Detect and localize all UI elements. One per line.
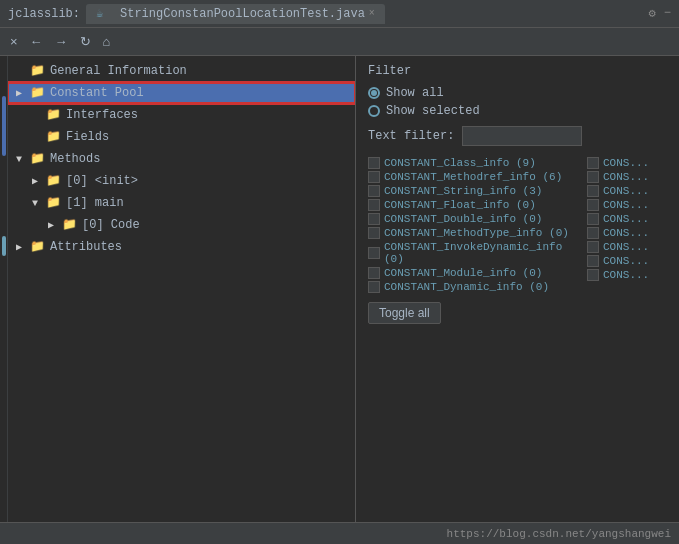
tree-panel: 📁 General Information ▶ 📁 Constant Pool … [8, 56, 356, 522]
checkbox-label-class-info: CONSTANT_Class_info (9) [384, 157, 536, 169]
checkbox-box-cons7 [587, 241, 599, 253]
status-bar: https://blog.csdn.net/yangshangwei [0, 522, 679, 544]
checkbox-label-methodref-info: CONSTANT_Methodref_info (6) [384, 171, 562, 183]
checkbox-label-cons5: CONS... [603, 213, 649, 225]
checkbox-class-info[interactable]: CONSTANT_Class_info (9) [368, 156, 583, 170]
radio-show-all[interactable]: Show all [368, 86, 667, 100]
folder-icon-attributes: 📁 [30, 239, 46, 255]
title-bar: jclasslib: ☕ StringConstanPoolLocationTe… [0, 0, 679, 28]
tree-item-interfaces[interactable]: 📁 Interfaces [8, 104, 355, 126]
tree-label-code: [0] Code [82, 218, 140, 232]
tree-item-main[interactable]: ▼ 📁 [1] main [8, 192, 355, 214]
folder-icon-constant-pool: 📁 [30, 85, 46, 101]
tree-item-constant-pool[interactable]: ▶ 📁 Constant Pool [8, 82, 355, 104]
checkbox-label-module-info: CONSTANT_Module_info (0) [384, 267, 542, 279]
checkbox-box-cons2 [587, 171, 599, 183]
checkbox-box-cons5 [587, 213, 599, 225]
left-accent [2, 96, 6, 156]
radio-show-selected[interactable]: Show selected [368, 104, 667, 118]
checkbox-cons1[interactable]: CONS... [587, 156, 667, 170]
app-name: jclasslib: [8, 7, 80, 21]
checkbox-label-cons4: CONS... [603, 199, 649, 211]
left-side-bar [0, 56, 8, 522]
tree-label-attributes: Attributes [50, 240, 122, 254]
checkbox-label-cons6: CONS... [603, 227, 649, 239]
filter-title: Filter [368, 64, 667, 78]
show-selected-label: Show selected [386, 104, 480, 118]
tree-item-attributes[interactable]: ▶ 📁 Attributes [8, 236, 355, 258]
tree-item-methods[interactable]: ▼ 📁 Methods [8, 148, 355, 170]
checkbox-box-float-info [368, 199, 380, 211]
text-filter-row: Text filter: [368, 126, 667, 146]
radio-circle-show-all [368, 87, 380, 99]
folder-icon-general-info: 📁 [30, 63, 46, 79]
folder-icon-main: 📁 [46, 195, 62, 211]
back-button[interactable]: ← [26, 32, 47, 51]
checkbox-box-methodtype-info [368, 227, 380, 239]
checkbox-cons7[interactable]: CONS... [587, 240, 667, 254]
folder-icon-fields: 📁 [46, 129, 62, 145]
checkbox-cons2[interactable]: CONS... [587, 170, 667, 184]
tab-item[interactable]: ☕ StringConstanPoolLocationTest.java × [86, 4, 385, 24]
checkbox-box-invokedynamic-info [368, 247, 380, 259]
checkbox-label-cons2: CONS... [603, 171, 649, 183]
refresh-button[interactable]: ↻ [76, 32, 95, 51]
tree-item-general-info[interactable]: 📁 General Information [8, 60, 355, 82]
title-bar-right: ⚙ − [649, 6, 671, 21]
checkbox-label-float-info: CONSTANT_Float_info (0) [384, 199, 536, 211]
filter-panel: Filter Show all Show selected Text filte… [356, 56, 679, 522]
tree-item-fields[interactable]: 📁 Fields [8, 126, 355, 148]
settings-icon[interactable]: ⚙ [649, 6, 656, 21]
checkbox-box-module-info [368, 267, 380, 279]
tree-label-interfaces: Interfaces [66, 108, 138, 122]
status-url: https://blog.csdn.net/yangshangwei [447, 528, 671, 540]
tree-label-methods: Methods [50, 152, 100, 166]
checkbox-float-info[interactable]: CONSTANT_Float_info (0) [368, 198, 583, 212]
checkbox-cons9[interactable]: CONS... [587, 268, 667, 282]
arrow-main: ▼ [32, 198, 46, 209]
checkbox-label-methodtype-info: CONSTANT_MethodType_info (0) [384, 227, 569, 239]
text-filter-input[interactable] [462, 126, 582, 146]
folder-icon-methods: 📁 [30, 151, 46, 167]
checkbox-cons3[interactable]: CONS... [587, 184, 667, 198]
checkbox-invokedynamic-info[interactable]: CONSTANT_InvokeDynamic_info (0) [368, 240, 583, 266]
checkbox-string-info[interactable]: CONSTANT_String_info (3) [368, 184, 583, 198]
checkbox-cons4[interactable]: CONS... [587, 198, 667, 212]
tree-item-code[interactable]: ▶ 📁 [0] Code [8, 214, 355, 236]
tab-close-icon[interactable]: × [369, 8, 375, 19]
arrow-interfaces [32, 110, 46, 121]
minimize-icon[interactable]: − [664, 6, 671, 21]
checkbox-cons5[interactable]: CONS... [587, 212, 667, 226]
folder-icon-code: 📁 [62, 217, 78, 233]
checkbox-dynamic-info[interactable]: CONSTANT_Dynamic_info (0) [368, 280, 583, 294]
close-button[interactable]: × [6, 32, 22, 51]
tree-item-init[interactable]: ▶ 📁 [0] <init> [8, 170, 355, 192]
title-bar-left: jclasslib: ☕ StringConstanPoolLocationTe… [8, 4, 385, 24]
tree-label-init: [0] <init> [66, 174, 138, 188]
checkbox-label-cons8: CONS... [603, 255, 649, 267]
text-filter-label: Text filter: [368, 129, 454, 143]
checkbox-label-cons7: CONS... [603, 241, 649, 253]
tree-label-fields: Fields [66, 130, 109, 144]
arrow-attributes: ▶ [16, 241, 30, 253]
checkbox-label-invokedynamic-info: CONSTANT_InvokeDynamic_info (0) [384, 241, 583, 265]
checkbox-module-info[interactable]: CONSTANT_Module_info (0) [368, 266, 583, 280]
arrow-fields [32, 132, 46, 143]
file-icon: ☕ [96, 6, 112, 22]
checkbox-label-cons3: CONS... [603, 185, 649, 197]
checkbox-methodref-info[interactable]: CONSTANT_Methodref_info (6) [368, 170, 583, 184]
checkbox-double-info[interactable]: CONSTANT_Double_info (0) [368, 212, 583, 226]
tree-label-constant-pool: Constant Pool [50, 86, 144, 100]
arrow-init: ▶ [32, 175, 46, 187]
checkbox-methodtype-info[interactable]: CONSTANT_MethodType_info (0) [368, 226, 583, 240]
checkbox-box-cons4 [587, 199, 599, 211]
checkbox-columns: CONSTANT_Class_info (9) CONSTANT_Methodr… [368, 156, 667, 294]
home-button[interactable]: ⌂ [99, 32, 115, 51]
checkbox-box-cons6 [587, 227, 599, 239]
toggle-all-button[interactable]: Toggle all [368, 302, 441, 324]
checkbox-left-column: CONSTANT_Class_info (9) CONSTANT_Methodr… [368, 156, 583, 294]
checkbox-cons6[interactable]: CONS... [587, 226, 667, 240]
checkbox-right-column: CONS... CONS... CONS... CONS... CONS... [587, 156, 667, 294]
forward-button[interactable]: → [51, 32, 72, 51]
checkbox-cons8[interactable]: CONS... [587, 254, 667, 268]
